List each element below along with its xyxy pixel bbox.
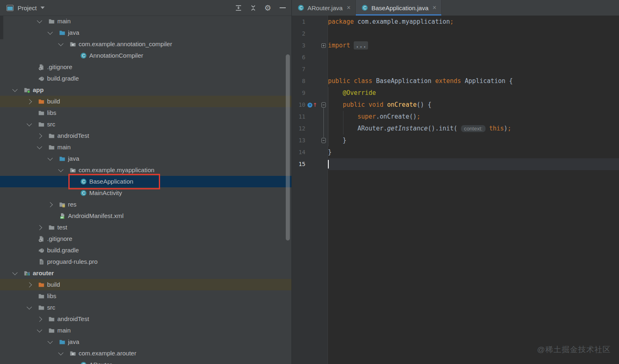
code-token: .onCreate(): [376, 113, 416, 120]
code-line-13[interactable]: 13 }: [292, 135, 619, 146]
expand-all-icon[interactable]: [234, 4, 242, 12]
tree-item-annotationcompiler[interactable]: CAnnotationCompiler: [0, 50, 291, 61]
chevron-down-icon[interactable]: [37, 327, 42, 333]
code-line-9[interactable]: 9 @Override: [292, 87, 619, 99]
folder-icon: [48, 327, 55, 334]
tree-item-mainactivity[interactable]: CMainActivity: [0, 187, 291, 199]
tree-item--gitignore[interactable]: .gitignore: [0, 233, 291, 245]
code-line-10[interactable]: 10↑ public void onCreate() {: [292, 99, 619, 111]
tree-item-com-example-arouter[interactable]: com.example.arouter: [0, 348, 291, 359]
code-line-12[interactable]: 12 ARouter.getInstance().init( context: …: [292, 123, 619, 135]
code-line-6[interactable]: 6: [292, 52, 619, 63]
editor-tab-baseapplication-java[interactable]: CBaseApplication.java×: [356, 0, 442, 16]
gear-icon[interactable]: ⚙: [264, 4, 272, 12]
tree-item-label: main: [57, 325, 71, 336]
tree-item-build-gradle[interactable]: build.gradle: [0, 245, 291, 256]
chevron-down-icon[interactable]: [12, 270, 18, 275]
tree-item-com-example-myapplication[interactable]: com.example.myapplication: [0, 164, 291, 176]
tree-item-src[interactable]: src: [0, 302, 291, 313]
tree-item-label: java: [68, 336, 79, 348]
tree-item-java[interactable]: java: [0, 27, 291, 38]
tree-item-arouter[interactable]: arouter: [0, 267, 291, 279]
svg-text:C: C: [364, 6, 366, 10]
code-line-1[interactable]: 1package com.example.myapplication;: [292, 16, 619, 28]
tree-item-androidtest[interactable]: androidTest: [0, 313, 291, 325]
tree-item-main[interactable]: main: [0, 16, 291, 27]
collapse-all-icon[interactable]: [249, 4, 257, 12]
chevron-right-icon[interactable]: [37, 317, 42, 322]
code-editor[interactable]: 1package com.example.myapplication;23imp…: [292, 16, 619, 364]
class-icon: C: [80, 178, 87, 185]
tree-item-java[interactable]: java: [0, 336, 291, 348]
tree-item-java[interactable]: java: [0, 153, 291, 164]
tree-item-arouter[interactable]: CARouter: [0, 359, 291, 364]
package-icon: [70, 41, 76, 47]
tree-item--gitignore[interactable]: .gitignore: [0, 61, 291, 73]
overriding-method-icon[interactable]: ↑: [305, 99, 319, 111]
chevron-down-icon[interactable]: [41, 7, 45, 9]
line-number: 9: [292, 87, 305, 99]
tree-item-test[interactable]: test: [0, 222, 291, 233]
gutter-icon-area: [305, 87, 319, 99]
gutter-icon-area: [305, 63, 319, 75]
tree-item-label: MainActivity: [89, 187, 122, 199]
chevron-down-icon[interactable]: [47, 155, 53, 161]
chevron-down-icon[interactable]: [58, 41, 63, 46]
tree-item-label: build: [47, 279, 60, 290]
code-text: public void onCreate() {: [328, 99, 619, 111]
tree-item-proguard-rules-pro[interactable]: proguard-rules.pro: [0, 256, 291, 267]
project-tree: mainjavacom.example.annotation_compilerC…: [0, 16, 291, 364]
chevron-down-icon[interactable]: [58, 350, 63, 355]
fold-expand-icon[interactable]: [319, 40, 328, 52]
chevron-right-icon[interactable]: [27, 99, 32, 104]
tree-item-com-example-annotation-compiler[interactable]: com.example.annotation_compiler: [0, 38, 291, 50]
gutter-icon-area: [305, 40, 319, 52]
chevron-down-icon[interactable]: [27, 304, 32, 310]
code-text: public class BaseApplication extends App…: [328, 75, 619, 87]
editor-tab-arouter-java[interactable]: CARouter.java×: [292, 0, 356, 16]
tree-item-build-gradle[interactable]: build.gradle: [0, 73, 291, 84]
tree-item-libs[interactable]: libs: [0, 107, 291, 119]
fold-region-icon[interactable]: [319, 99, 328, 111]
gutter-icon-area: [305, 52, 319, 63]
code-line-3[interactable]: 3import ...: [292, 40, 619, 52]
tree-item-app[interactable]: app: [0, 84, 291, 96]
chevron-right-icon[interactable]: [37, 225, 42, 230]
code-line-15[interactable]: 15: [292, 158, 619, 170]
chevron-down-icon[interactable]: [37, 144, 42, 149]
chevron-down-icon[interactable]: [58, 167, 63, 172]
tree-item-label: AndroidManifest.xml: [68, 210, 124, 222]
project-panel-title[interactable]: Project: [18, 4, 37, 11]
code-line-2[interactable]: 2: [292, 28, 619, 40]
class-icon: C: [298, 4, 304, 11]
fold-region-icon[interactable]: [319, 135, 328, 146]
chevron-right-icon[interactable]: [37, 133, 42, 139]
tree-item-baseapplication[interactable]: CBaseApplication: [0, 176, 291, 187]
code-line-8[interactable]: 8public class BaseApplication extends Ap…: [292, 75, 619, 87]
tree-item-res[interactable]: res: [0, 199, 291, 210]
tree-item-main[interactable]: main: [0, 325, 291, 336]
code-line-7[interactable]: 7: [292, 63, 619, 75]
chevron-right-icon[interactable]: [47, 202, 53, 207]
tree-item-build[interactable]: build: [0, 279, 291, 290]
close-icon[interactable]: ×: [346, 4, 351, 11]
code-line-14[interactable]: 14}: [292, 146, 619, 158]
chevron-right-icon[interactable]: [27, 282, 32, 288]
code-line-11[interactable]: 11 super.onCreate();: [292, 111, 619, 123]
close-icon[interactable]: ×: [432, 4, 437, 11]
tree-item-libs[interactable]: libs: [0, 290, 291, 302]
chevron-down-icon[interactable]: [47, 339, 53, 344]
tree-item-androidmanifest-xml[interactable]: MFAndroidManifest.xml: [0, 210, 291, 222]
code-token: this: [489, 125, 504, 132]
chevron-down-icon[interactable]: [37, 18, 42, 23]
tree-item-src[interactable]: src: [0, 119, 291, 130]
chevron-down-icon[interactable]: [12, 87, 18, 92]
tree-item-main[interactable]: main: [0, 142, 291, 153]
tree-scrollbar[interactable]: [286, 54, 290, 240]
tree-item-label: .gitignore: [47, 61, 72, 73]
tree-item-build[interactable]: build: [0, 96, 291, 107]
chevron-down-icon[interactable]: [27, 121, 32, 126]
chevron-down-icon[interactable]: [47, 29, 53, 35]
hide-panel-icon[interactable]: [278, 4, 287, 12]
tree-item-androidtest[interactable]: androidTest: [0, 130, 291, 142]
